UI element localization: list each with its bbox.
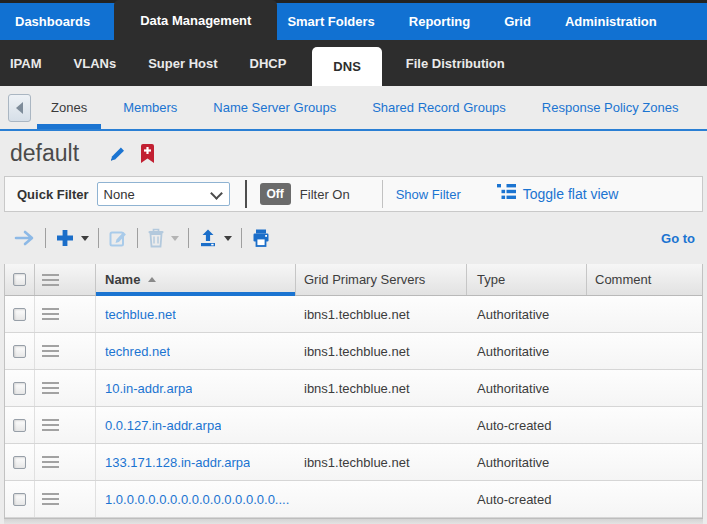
- zone-type-cell: Auto-created: [467, 407, 587, 443]
- hamburger-icon[interactable]: [42, 308, 59, 320]
- subnav-dhcp[interactable]: DHCP: [250, 40, 287, 86]
- export-button[interactable]: [198, 228, 232, 248]
- grid-primary-cell: [296, 407, 467, 443]
- zones-table: Name Grid Primary Servers Type Comment t…: [4, 264, 703, 518]
- show-filter-link[interactable]: Show Filter: [396, 187, 461, 202]
- select-all-checkbox[interactable]: [13, 273, 26, 286]
- nav-grid[interactable]: Grid: [504, 14, 531, 29]
- export-icon: [198, 228, 218, 248]
- page-title: default: [10, 140, 79, 167]
- nav-data-management[interactable]: Data Management: [114, 0, 277, 40]
- toolbar-divider: [98, 228, 99, 248]
- column-header-type[interactable]: Type: [467, 264, 587, 295]
- row-checkbox[interactable]: [13, 493, 26, 506]
- filter-off-toggle[interactable]: Off: [260, 183, 291, 205]
- subnav-super-host[interactable]: Super Host: [148, 40, 217, 86]
- subnav-dns[interactable]: DNS: [312, 47, 381, 86]
- grid-primary-cell: ibns1.techblue.net: [296, 444, 467, 480]
- print-button[interactable]: [251, 228, 271, 248]
- tab-name-server-groups[interactable]: Name Server Groups: [199, 86, 350, 129]
- comment-cell: [587, 407, 702, 443]
- filter-divider-2: [382, 180, 383, 208]
- bookmark-add-icon: [140, 144, 155, 163]
- nav-smart-folders[interactable]: Smart Folders: [287, 14, 374, 29]
- nav-reporting[interactable]: Reporting: [409, 14, 470, 29]
- open-button[interactable]: [14, 228, 36, 248]
- row-checkbox[interactable]: [13, 345, 26, 358]
- toolbar-divider: [188, 228, 189, 248]
- delete-menu-caret-icon: [171, 236, 179, 241]
- app-window: Dashboards Data Management Smart Folders…: [0, 0, 707, 524]
- goto-link[interactable]: Go to: [661, 231, 695, 246]
- subnav-file-distribution[interactable]: File Distribution: [406, 40, 505, 86]
- row-select-cell: [5, 370, 35, 406]
- table-row: 0.0.127.in-addr.arpa Auto-created: [5, 407, 702, 444]
- row-checkbox[interactable]: [13, 308, 26, 321]
- column-header-comment-label: Comment: [595, 272, 651, 287]
- chevron-left-icon: [16, 102, 23, 114]
- tab-members[interactable]: Members: [109, 86, 191, 129]
- column-header-comment[interactable]: Comment: [587, 264, 702, 295]
- zone-name-link[interactable]: 10.in-addr.arpa: [105, 381, 192, 396]
- grid-primary-cell: ibns1.techblue.net: [296, 296, 467, 332]
- row-checkbox[interactable]: [13, 419, 26, 432]
- comment-cell: [587, 481, 702, 517]
- subnav-ipam[interactable]: IPAM: [10, 40, 42, 86]
- row-checkbox[interactable]: [13, 382, 26, 395]
- filter-divider: [245, 180, 247, 208]
- comment-cell: [587, 333, 702, 369]
- table-bottom-edge: [4, 518, 703, 524]
- toggle-flat-view-link[interactable]: Toggle flat view: [523, 186, 619, 202]
- zone-name-link[interactable]: 0.0.127.in-addr.arpa: [105, 418, 221, 433]
- zone-name-link[interactable]: techred.net: [105, 344, 170, 359]
- sort-ascending-icon: [148, 277, 156, 282]
- column-header-name-label: Name: [105, 272, 140, 287]
- arrow-right-icon: [14, 228, 36, 248]
- tab-zones[interactable]: Zones: [37, 86, 101, 129]
- toolbar-divider: [45, 228, 46, 248]
- export-menu-caret-icon: [224, 236, 232, 241]
- grid-primary-cell: [296, 481, 467, 517]
- flat-view-icon[interactable]: [497, 184, 516, 204]
- delete-button[interactable]: [147, 228, 179, 248]
- hamburger-icon[interactable]: [42, 493, 59, 505]
- add-icon: [55, 228, 75, 248]
- column-header-name[interactable]: Name: [96, 264, 296, 295]
- zone-name-cell: techred.net: [96, 333, 296, 369]
- nav-dashboards[interactable]: Dashboards: [15, 14, 90, 29]
- row-handle-cell: [35, 481, 96, 517]
- grid-primary-cell: ibns1.techblue.net: [296, 333, 467, 369]
- zone-name-link[interactable]: 1.0.0.0.0.0.0.0.0.0.0.0.0.0.0.0....: [105, 492, 289, 507]
- edit-title-button[interactable]: [107, 144, 127, 164]
- zone-name-cell: 1.0.0.0.0.0.0.0.0.0.0.0.0.0.0.0....: [96, 481, 296, 517]
- add-button[interactable]: [55, 228, 89, 248]
- row-select-cell: [5, 407, 35, 443]
- secondary-nav: IPAM VLANs Super Host DHCP DNS File Dist…: [0, 40, 707, 86]
- hamburger-icon[interactable]: [42, 419, 59, 431]
- hamburger-icon[interactable]: [42, 274, 59, 286]
- title-row: default: [0, 131, 707, 176]
- tab-response-policy-zones[interactable]: Response Policy Zones: [528, 86, 693, 129]
- bookmark-add-button[interactable]: [140, 144, 155, 163]
- tab-shared-record-groups[interactable]: Shared Record Groups: [358, 86, 520, 129]
- quick-filter-select[interactable]: None: [97, 182, 230, 206]
- table-toolbar: Go to: [0, 212, 707, 264]
- nav-administration[interactable]: Administration: [565, 14, 657, 29]
- zone-name-link[interactable]: 133.171.128.in-addr.arpa: [105, 455, 250, 470]
- subnav-vlans[interactable]: VLANs: [74, 40, 117, 86]
- column-header-grid-primary-servers[interactable]: Grid Primary Servers: [296, 264, 467, 295]
- zone-name-link[interactable]: techblue.net: [105, 307, 176, 322]
- view-tab-strip: Zones Members Name Server Groups Shared …: [0, 86, 707, 131]
- hamburger-icon[interactable]: [42, 382, 59, 394]
- back-button[interactable]: [8, 94, 31, 122]
- table-row: techblue.net ibns1.techblue.net Authorit…: [5, 296, 702, 333]
- hamburger-icon[interactable]: [42, 345, 59, 357]
- quick-filter-select-wrap: None: [97, 182, 230, 206]
- row-checkbox[interactable]: [13, 456, 26, 469]
- add-menu-caret-icon: [81, 236, 89, 241]
- edit-button[interactable]: [108, 228, 128, 248]
- primary-nav: Dashboards Data Management Smart Folders…: [0, 3, 707, 40]
- hamburger-icon[interactable]: [42, 456, 59, 468]
- zone-name-cell: 10.in-addr.arpa: [96, 370, 296, 406]
- nav-data-management-label: Data Management: [140, 13, 251, 28]
